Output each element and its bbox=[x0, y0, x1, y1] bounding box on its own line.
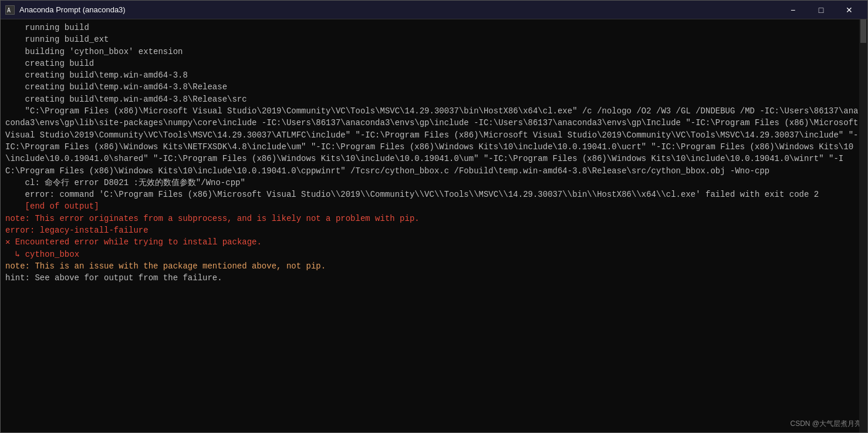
terminal-line: creating build\temp.win-amd64-3.8 bbox=[5, 69, 863, 81]
svg-text:A: A bbox=[7, 7, 11, 14]
terminal-line: building 'cython_bbox' extension bbox=[5, 46, 863, 58]
minimize-button[interactable]: − bbox=[779, 2, 806, 18]
terminal-line: [end of output] bbox=[5, 200, 863, 212]
terminal-line: note: This is an issue with the package … bbox=[5, 260, 863, 272]
terminal-line: error: command 'C:\Program Files (x86)\M… bbox=[5, 189, 863, 200]
terminal-line: running build bbox=[5, 22, 863, 33]
title-bar-left: A Anaconda Prompt (anaconda3) bbox=[5, 5, 126, 15]
terminal-line: note: This error originates from a subpr… bbox=[5, 213, 863, 224]
app-icon: A bbox=[5, 5, 15, 15]
window: A Anaconda Prompt (anaconda3) − □ ✕ runn… bbox=[0, 0, 868, 433]
watermark: CSDN @大气层煮月亮 bbox=[790, 419, 862, 429]
terminal-content: running build running build_ext building… bbox=[5, 22, 863, 284]
terminal-line: creating build\temp.win-amd64-3.8\Releas… bbox=[5, 93, 863, 105]
terminal-line: "C:\Program Files (x86)\Microsoft Visual… bbox=[5, 105, 863, 177]
terminal-line: ↳ cython_bbox bbox=[5, 249, 863, 260]
terminal-line: creating build\temp.win-amd64-3.8\Releas… bbox=[5, 81, 863, 93]
window-controls: − □ ✕ bbox=[779, 2, 863, 18]
scrollbar[interactable] bbox=[859, 19, 867, 432]
terminal-line: hint: See above for output from the fail… bbox=[5, 272, 863, 284]
terminal-line: error: legacy-install-failure bbox=[5, 224, 863, 236]
maximize-button[interactable]: □ bbox=[808, 2, 835, 18]
terminal-line: running build_ext bbox=[5, 33, 863, 45]
close-button[interactable]: ✕ bbox=[836, 2, 863, 18]
terminal-line: ✕ Encountered error while trying to inst… bbox=[5, 236, 863, 248]
window-title: Anaconda Prompt (anaconda3) bbox=[19, 5, 126, 14]
terminal-line: cl: 命令行 error D8021 :无效的数值参数"/Wno-cpp" bbox=[5, 177, 863, 189]
terminal-line: creating build bbox=[5, 58, 863, 69]
title-bar: A Anaconda Prompt (anaconda3) − □ ✕ bbox=[1, 1, 867, 19]
terminal-body[interactable]: running build running build_ext building… bbox=[1, 19, 867, 432]
scrollbar-thumb[interactable] bbox=[860, 19, 866, 43]
